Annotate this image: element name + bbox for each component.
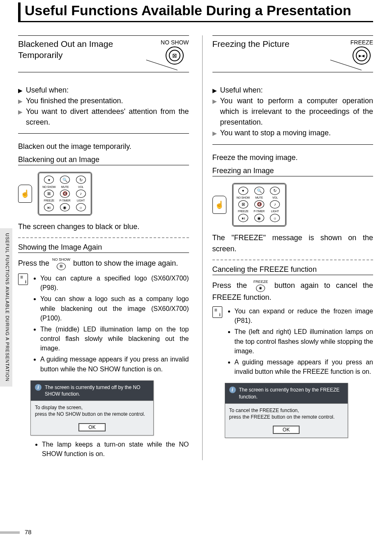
inline-noshow-button-icon: NO SHOW⊠ bbox=[52, 257, 70, 270]
useful-item: You want to divert attendees' attention … bbox=[26, 106, 189, 127]
subheading: Showing the Image Again bbox=[18, 243, 189, 253]
dialog-instruction: To display the screen, press the NO SHOW… bbox=[31, 401, 153, 421]
subheading: Canceling the FREEZE function bbox=[212, 265, 373, 275]
remote-key-label: FREEZE bbox=[237, 210, 250, 213]
useful-when-block: ▶Useful when: ▶You finished the presenta… bbox=[18, 85, 189, 134]
remote-key-label: LIGHT bbox=[268, 210, 282, 213]
remote-key: 🔇 bbox=[60, 190, 70, 198]
callout-line bbox=[212, 72, 373, 85]
remote-key: ⏯ bbox=[238, 214, 248, 222]
note-item: The (left and right) LED illumination la… bbox=[235, 327, 373, 356]
noshow-dialog: The screen is currently turned off by th… bbox=[30, 380, 154, 436]
note-item: You can expand or reduce the frozen imag… bbox=[235, 306, 373, 325]
remote-key: ▾ bbox=[44, 176, 54, 184]
remote-control-icon: ▾ 🔍 ↻ NO SHOW MUTE VOL ⊠ 🔇 ♪ FREEZE P-TI… bbox=[38, 172, 92, 215]
remote-key-label: P-TIMER bbox=[252, 210, 266, 213]
remote-key: 🔍 bbox=[254, 187, 264, 195]
freeze-button-diagram: FREEZE ▸◂ bbox=[350, 38, 373, 65]
button-label: NO SHOW bbox=[161, 39, 189, 46]
ok-button[interactable]: OK bbox=[79, 424, 105, 431]
note-item: A guiding message appears if you press a… bbox=[235, 357, 373, 376]
triangle-icon: ▶ bbox=[212, 85, 217, 95]
note-list: You can capture a specified logo (SX60/X… bbox=[33, 273, 189, 375]
triangle-icon: ▶ bbox=[18, 85, 23, 95]
remote-key: ⊠ bbox=[238, 200, 248, 208]
remote-key-label: MUTE bbox=[252, 196, 266, 199]
note-item: A guiding message appears if you press a… bbox=[40, 354, 189, 373]
remote-key-label: P-TIMER bbox=[58, 199, 72, 202]
note-icon bbox=[212, 306, 222, 318]
instruction-text: Freeze the moving image. bbox=[212, 152, 373, 163]
dialog-message: The screen is currently frozen by the FR… bbox=[225, 383, 348, 403]
remote-key-label: MUTE bbox=[58, 185, 72, 189]
useful-item: You finished the presentation. bbox=[26, 95, 123, 106]
section-title: Freezing the Picture bbox=[212, 38, 290, 49]
remote-key: ⏯ bbox=[44, 203, 54, 211]
useful-item: You want to stop a moving image. bbox=[220, 127, 331, 138]
page-content: Useful Functions Available During a Pres… bbox=[18, 2, 373, 527]
remote-key-label: VOL bbox=[74, 185, 88, 189]
column-left: Blackened Out an Image Temporarily NO SH… bbox=[18, 35, 189, 460]
inline-freeze-button-icon: FREEZE◉ bbox=[254, 279, 268, 292]
useful-when-label: Useful when: bbox=[26, 85, 69, 95]
page-title: Useful Functions Available During a Pres… bbox=[18, 2, 373, 22]
useful-when-block: ▶Useful when: ▶You want to perform a com… bbox=[212, 85, 373, 144]
note-icon bbox=[18, 273, 28, 285]
ok-button[interactable]: OK bbox=[273, 426, 299, 433]
remote-key-label: LIGHT bbox=[74, 199, 88, 202]
remote-key: ↻ bbox=[270, 187, 280, 195]
press-instruction: Press the FREEZE◉ button again to cancel… bbox=[212, 279, 373, 303]
remote-key-label: NO SHOW bbox=[237, 196, 250, 199]
triangle-icon: ▶ bbox=[18, 95, 23, 105]
note-item: The (middle) LED illumination lamp on th… bbox=[40, 324, 189, 353]
instruction-text: Blacken out the image temporarily. bbox=[18, 141, 189, 152]
dialog-instruction: To cancel the FREEZE function, press the… bbox=[225, 404, 348, 424]
useful-item: You want to perform a computer operation… bbox=[220, 95, 373, 127]
section-title: Blackened Out an Image Temporarily bbox=[18, 38, 129, 61]
dashed-divider bbox=[18, 237, 189, 238]
noshow-button-diagram: NO SHOW ⊠ bbox=[161, 38, 189, 65]
remote-illustration: ☝ ▾ 🔍 ↻ NO SHOW MUTE VOL ⊠ 🔇 ♪ FREEZE P-… bbox=[18, 172, 189, 215]
remote-key: ⊠ bbox=[44, 190, 54, 198]
remote-key: ◉ bbox=[60, 203, 70, 211]
triangle-icon: ▶ bbox=[212, 95, 217, 105]
remote-key: ♪ bbox=[270, 200, 280, 208]
remote-key: ◉ bbox=[254, 214, 264, 222]
noshow-icon: ⊠ bbox=[169, 50, 180, 61]
hand-icon: ☝ bbox=[212, 196, 226, 214]
button-label: FREEZE bbox=[350, 39, 373, 46]
remote-key-label: FREEZE bbox=[42, 199, 56, 202]
hand-icon: ☝ bbox=[18, 185, 32, 203]
remote-key: ☼ bbox=[270, 214, 280, 222]
note-block: You can expand or reduce the frozen imag… bbox=[212, 306, 373, 378]
column-right: Freezing the Picture FREEZE ▸◂ ▶Useful w… bbox=[202, 35, 373, 460]
triangle-icon: ▶ bbox=[212, 127, 217, 137]
result-text: The screen changes to black or blue. bbox=[18, 221, 189, 232]
remote-key: ♪ bbox=[76, 190, 86, 198]
remote-key: ☼ bbox=[76, 203, 86, 211]
freeze-icon: ▸◂ bbox=[356, 50, 367, 61]
note-list-after: The lamp keeps a turn-on state while the… bbox=[35, 440, 189, 459]
remote-control-icon: ▾ 🔍 ↻ NO SHOW MUTE VOL ⊠ 🔇 ♪ FREEZE P-TI… bbox=[232, 183, 286, 227]
remote-key: 🔇 bbox=[254, 200, 264, 208]
remote-key: 🔍 bbox=[60, 176, 70, 184]
subheading: Freezing an Image bbox=[212, 167, 373, 176]
side-tab-label: USEFUL FUNCTIONS AVAILABLE DURING A PRES… bbox=[0, 228, 12, 387]
remote-illustration: ☝ ▾ 🔍 ↻ NO SHOW MUTE VOL ⊠ 🔇 ♪ FREEZE P-… bbox=[212, 183, 373, 227]
note-item: The lamp keeps a turn-on state while the… bbox=[42, 440, 189, 459]
freeze-dialog: The screen is currently frozen by the FR… bbox=[225, 383, 348, 438]
useful-when-label: Useful when: bbox=[220, 85, 263, 95]
result-text: The "FREEZE" message is shown on the scr… bbox=[212, 232, 373, 255]
dialog-message: The screen is currently turned off by th… bbox=[31, 381, 153, 401]
note-item: You can capture a specified logo (SX60/X… bbox=[40, 273, 189, 292]
triangle-icon: ▶ bbox=[18, 106, 23, 116]
remote-key: ▾ bbox=[238, 187, 248, 195]
subheading: Blackening out an Image bbox=[18, 155, 189, 165]
remote-key-label: VOL bbox=[268, 196, 282, 199]
remote-key-label: NO SHOW bbox=[42, 185, 56, 189]
note-item: You can show a logo such as a company lo… bbox=[40, 294, 189, 323]
press-instruction: Press the NO SHOW⊠ button to show the im… bbox=[18, 257, 189, 270]
note-list: You can expand or reduce the frozen imag… bbox=[227, 306, 373, 378]
note-block: You can capture a specified logo (SX60/X… bbox=[18, 273, 189, 375]
callout-line bbox=[18, 72, 189, 85]
